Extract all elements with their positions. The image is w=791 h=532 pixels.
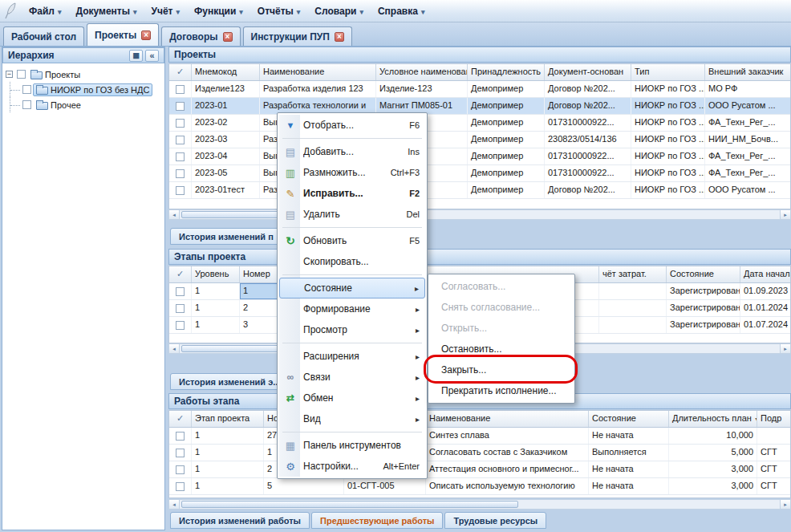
row-checkbox[interactable] [176,186,185,195]
cell[interactable]: 1 [192,445,264,461]
scroll-right-icon[interactable] [780,500,790,509]
cell[interactable] [169,81,192,97]
tree-checkbox[interactable] [22,100,31,109]
cell[interactable]: 2023-01тест [192,182,260,198]
column-header[interactable]: чёт затрат. [599,266,667,282]
menu-item-delete[interactable]: УдалитьDel [279,204,425,225]
cell[interactable]: 3,000 [669,461,757,477]
scroll-right-icon[interactable] [780,210,790,219]
cell[interactable]: 5 [264,478,344,494]
cell[interactable]: ФА_Техн_Рег_... [705,115,791,131]
cell[interactable]: 1 [192,300,240,316]
column-header[interactable]: Состояние [667,266,740,282]
tree-item-other[interactable]: Прочее [4,97,163,112]
cell[interactable]: Не начата [589,461,669,477]
menu-item-stop[interactable]: Остановить... [430,339,573,359]
cell[interactable] [169,300,192,316]
column-header[interactable]: Внешний заказчик [705,64,791,80]
cell[interactable] [169,182,192,198]
column-header[interactable]: Наименование [260,64,376,80]
cell[interactable]: Не начата [589,478,669,494]
cell[interactable]: НИОКР по ГОЗ ... [631,165,705,181]
cell[interactable]: 01.07.2024 [740,317,791,333]
scroll-left-icon[interactable] [169,344,180,353]
cell[interactable]: Зарегистрирован [667,317,740,333]
cell[interactable]: Изделие-123 [376,81,468,97]
cell[interactable]: НИИ_НМ_Бочв... [705,132,791,148]
cell[interactable]: Выполняется [589,445,669,461]
tab-instructions-pup[interactable]: Инструкции ПУП [243,26,352,46]
table-row[interactable]: 1501-СГТ-005Описать используемую техноло… [169,478,790,495]
row-checkbox[interactable] [176,102,185,111]
row-checkbox[interactable] [176,432,185,441]
cell[interactable]: 1 [192,428,264,444]
cell[interactable] [169,428,192,444]
cell[interactable]: 1 [192,478,264,494]
cell[interactable]: ФА_Техн_Рег_... [705,148,791,164]
cell[interactable]: НИОКР по ГОЗ ... [631,148,705,164]
cell[interactable]: Демопример [468,165,545,181]
cell[interactable] [169,165,192,181]
row-checkbox[interactable] [176,119,185,128]
column-header[interactable]: Уровень [192,266,240,282]
cell[interactable]: НИОКР по ГОЗ ... [631,132,705,148]
menu-item-duplicate[interactable]: Размножить...Ctrl+F3 [279,162,425,183]
cell[interactable]: 230823/0514/136 [545,132,631,148]
cell[interactable]: 10,000 [669,428,757,444]
menu-item-filter[interactable]: Отобрать...F6 [279,115,425,136]
cell[interactable]: 017310000922... [545,115,631,131]
row-checkbox[interactable] [176,136,185,144]
table-row[interactable]: 2023-01Разработка технологии иМагнит ПМ0… [169,98,790,115]
menu-item-preview[interactable]: Просмотр [279,319,425,340]
cell[interactable]: Не начата [589,428,669,444]
menu-item-refresh[interactable]: ОбновитьF5 [279,230,425,251]
cell[interactable]: 01.01.2024 [740,300,791,316]
tab-labor-resources[interactable]: Трудовые ресурсы [444,512,546,529]
cell[interactable]: СГТ [757,445,791,461]
column-header[interactable]: Подр [757,411,791,427]
table-row[interactable]: 127Синтез сплаваНе начата10,000 [169,428,790,445]
cell[interactable]: Договор №202... [545,81,631,97]
table-row[interactable]: Изделие123Разработка изделия 123Изделие-… [169,81,790,98]
h-scrollbar[interactable] [168,209,791,220]
cell[interactable]: Демопример [468,115,545,131]
cell[interactable]: Демопример [468,98,545,114]
menu-item-edit[interactable]: Исправить...F2 [279,183,425,204]
cell[interactable]: 5,000 [669,445,757,461]
menu-item-state[interactable]: Состояние [279,278,425,298]
cell[interactable]: Зарегистрирован [667,283,740,299]
cell[interactable] [169,478,192,494]
cell[interactable]: Разработка изделия 123 [260,81,376,97]
menu-item-terminate[interactable]: Прекратить исполнение... [430,380,573,401]
column-header[interactable]: ✓ [169,411,192,427]
cell[interactable]: 01.09.2023 [740,283,791,299]
tree-item-projects[interactable]: Проекты [4,67,163,82]
menu-help[interactable]: Справка [371,2,432,20]
column-header[interactable]: Дата начала план [740,266,791,282]
collapse-expander-icon[interactable] [6,71,13,78]
cell[interactable]: 1 [192,461,264,477]
tab-contracts[interactable]: Договоры [161,26,240,46]
collapse-panel-icon[interactable] [145,50,159,62]
menu-item-copy[interactable]: Скопировать... [279,251,425,272]
cell[interactable]: 1 [192,317,240,333]
tab-close-icon[interactable] [223,32,233,42]
tab-preceding-works[interactable]: Предшествующие работы [311,512,443,529]
cell[interactable] [169,461,192,477]
cell[interactable]: 2023-04 [192,148,260,164]
table-row[interactable]: 2023-05ВыпДемопример017310000922...НИОКР… [169,165,790,182]
table-row[interactable]: 11Согласовать состав с ЗаказчикомВыполня… [169,445,790,461]
menu-item-toolbar-panel[interactable]: Панель инструментов [279,435,425,456]
h-scrollbar[interactable] [168,499,791,510]
row-checkbox[interactable] [176,169,185,178]
cell[interactable]: 2023-03 [192,132,260,148]
table-row[interactable]: 2023-04ВыпДемопример017310000922...НИОКР… [169,148,790,165]
cell[interactable]: СГТ [757,478,791,494]
cell[interactable]: Изделие123 [192,81,260,97]
scroll-left-icon[interactable] [169,210,180,219]
cell[interactable]: 017310000922... [545,165,631,181]
cell[interactable]: Демопример [468,148,545,164]
tab-desktop[interactable]: Рабочий стол [3,26,84,46]
cell[interactable] [757,428,791,444]
tab-close-icon[interactable] [141,30,151,40]
